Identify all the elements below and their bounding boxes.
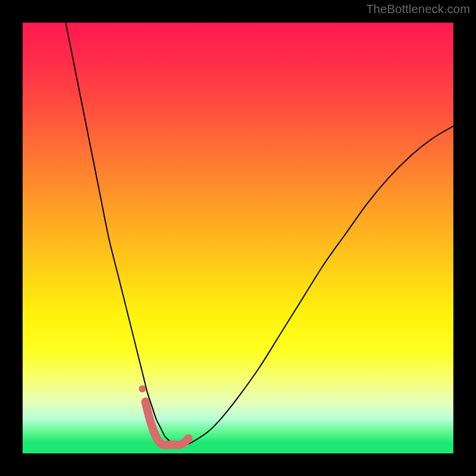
curve-layer — [23, 23, 453, 453]
highlight-dot — [139, 385, 146, 392]
main-curve — [65, 23, 453, 445]
watermark-text: TheBottleneck.com — [366, 2, 470, 16]
plot-area — [23, 23, 453, 453]
chart-frame: TheBottleneck.com — [0, 0, 476, 476]
